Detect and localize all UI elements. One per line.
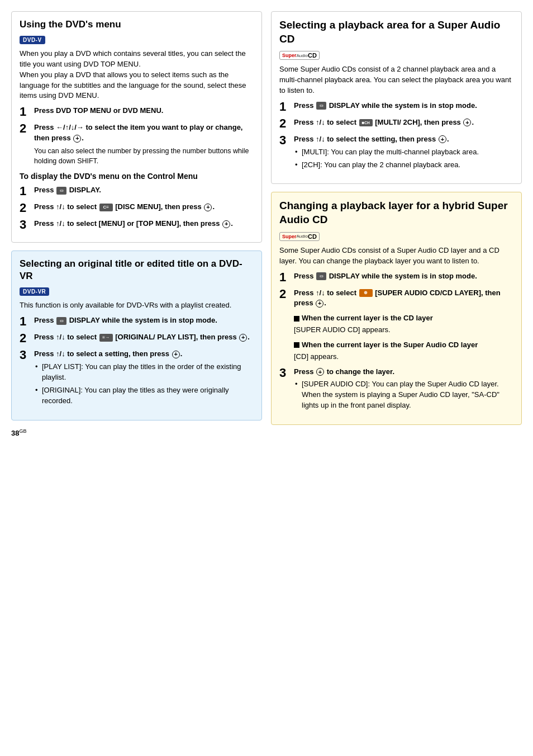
step-item: 2 Press ↑/↓ to select ≡→ [ORIGINAL/ PLAY…: [20, 332, 254, 344]
cd-layer-label: When the current layer is the CD layer: [294, 313, 513, 324]
circle-plus-icon: +: [204, 204, 212, 211]
step-content: Press ↑/↓ to select the setting, then pr…: [294, 134, 513, 173]
step-text: Press ▭ DISPLAY while the system is in s…: [34, 316, 217, 324]
circle-plus-icon: +: [239, 334, 247, 342]
step-sub-note: You can also select the number by pressi…: [34, 146, 254, 166]
step-num: 1: [20, 106, 30, 118]
subsection-title-control-menu: To display the DVD's menu on the Control…: [20, 172, 254, 181]
page-suffix: GB: [19, 428, 26, 434]
step-item: 2 Press ↑/↓ to select ⊛ [SUPER AUDIO CD/…: [279, 288, 513, 362]
step-text: Press ↑/↓ to select a setting, then pres…: [34, 349, 182, 358]
cd-text: CD: [308, 52, 317, 59]
changing-layer-steps: 1 Press ▭ DISPLAY while the system is in…: [279, 271, 513, 413]
step-num: 1: [20, 315, 30, 328]
step-num: 1: [20, 185, 30, 197]
page-num-text: 38: [11, 429, 19, 437]
step-num: 2: [20, 332, 30, 344]
step-num: 2: [20, 122, 30, 135]
circle-plus-icon: +: [316, 300, 323, 308]
step-item: 2 Press ←/↑/↓/→ to select the item you w…: [20, 122, 254, 166]
step-item: 1 Press ▭ DISPLAY.: [20, 185, 254, 197]
circle-plus-icon: +: [316, 368, 324, 376]
step-item: 3 Press + to change the layer. [SUPER AU…: [279, 367, 513, 413]
step-text: Press ↑/↓ to select ■CH [MULTI/ 2CH], th…: [294, 118, 474, 126]
badge-super-audio-cd-2: Super Audio CD: [279, 232, 320, 241]
bullet-list: [SUPER AUDIO CD]: You can play the Super…: [294, 379, 513, 411]
display-icon: ▭: [316, 102, 326, 110]
step-num: 1: [279, 101, 289, 113]
super-audio-layer-detail: [CD] appears.: [294, 352, 513, 362]
step-content: Press + to change the layer. [SUPER AUDI…: [294, 367, 513, 413]
step-num: 2: [20, 202, 30, 214]
circle-plus-icon: +: [439, 135, 446, 143]
step-item: 3 Press ↑/↓ to select [MENU] or [TOP MEN…: [20, 219, 254, 231]
step-num: 3: [279, 134, 289, 147]
dvd-menu-substeps: 1 Press ▭ DISPLAY. 2 Press ↑/↓ to select…: [20, 185, 254, 231]
step-content: Press DVD TOP MENU or DVD MENU.: [34, 106, 254, 116]
cd-text: CD: [308, 233, 317, 240]
bullet-list: [MULTI]: You can play the multi-channel …: [294, 147, 513, 171]
black-square: [294, 342, 299, 348]
changing-playback-layer-section: Changing a playback layer for a hybrid S…: [271, 192, 522, 425]
playback-area-intro: Some Super Audio CDs consist of a 2 chan…: [279, 64, 513, 96]
bullet-item: [SUPER AUDIO CD]: You can play the Super…: [294, 379, 513, 411]
badge-super-audio-cd: Super Audio CD: [279, 51, 320, 60]
step-item: 3 Press ↑/↓ to select the setting, then …: [279, 134, 513, 173]
step-item: 1 Press ▭ DISPLAY while the system is in…: [20, 315, 254, 328]
cd-layer-detail: [SUPER AUDIO CD] appears.: [294, 325, 513, 336]
step-item: 1 Press DVD TOP MENU or DVD MENU.: [20, 106, 254, 118]
circle-plus-icon: +: [463, 119, 471, 126]
circle-plus-icon: +: [172, 351, 180, 358]
step-item: 2 Press ↑/↓ to select C≡ [DISC MENU], th…: [20, 202, 254, 214]
step-content: Press ▭ DISPLAY while the system is in s…: [294, 271, 513, 282]
section-title-playback-area: Selecting a playback area for a Super Au…: [279, 18, 513, 46]
step-content: Press ↑/↓ to select a setting, then pres…: [34, 349, 254, 408]
selecting-playback-area-section: Selecting a playback area for a Super Au…: [271, 11, 522, 184]
step-text: Press + to change the layer.: [294, 367, 394, 376]
step-content: Press ↑/↓ to select ⊛ [SUPER AUDIO CD/CD…: [294, 288, 513, 362]
dvd-menu-steps: 1 Press DVD TOP MENU or DVD MENU. 2 Pres…: [20, 106, 254, 166]
audio-text: Audio: [297, 234, 308, 239]
sa-text: Super: [282, 53, 297, 58]
black-square: [294, 316, 299, 322]
step-text: Press ▭ DISPLAY while the system is in s…: [294, 101, 477, 110]
step-text: Press ▭ DISPLAY while the system is in s…: [294, 272, 477, 280]
selecting-title-intro: This function is only available for DVD-…: [20, 300, 254, 311]
section-title-dvd-menu: Using the DVD's menu: [20, 18, 254, 31]
page-number: 38GB: [11, 428, 262, 437]
sa-text: Super: [282, 234, 297, 239]
step-content: Press ▭ DISPLAY while the system is in s…: [34, 315, 254, 326]
step-content: Press ↑/↓ to select ≡→ [ORIGINAL/ PLAY L…: [34, 332, 254, 343]
step-text: Press ↑/↓ to select ⊛ [SUPER AUDIO CD/CD…: [294, 289, 501, 308]
bullet-item: [2CH]: You can play the 2 channel playba…: [294, 160, 513, 171]
step-text: Press ↑/↓ to select [MENU] or [TOP MENU]…: [34, 219, 233, 228]
step-text: Press DVD TOP MENU or DVD MENU.: [34, 106, 163, 115]
step-content: Press ▭ DISPLAY.: [34, 185, 254, 196]
display-icon: ▭: [316, 272, 326, 280]
badge-dvd-vr: DVD-VR: [20, 287, 49, 296]
label-text: When the current layer is the Super Audi…: [302, 340, 478, 351]
circle-plus-icon: +: [73, 135, 81, 143]
step-text: Press ←/↑/↓/→ to select the item you wan…: [34, 123, 242, 142]
step-text: Press ↑/↓ to select the setting, then pr…: [294, 135, 449, 143]
badge-dvd-v: DVD-V: [20, 36, 45, 44]
dvd-menu-intro: When you play a DVD which contains sever…: [20, 49, 254, 101]
section-title-changing-layer: Changing a playback layer for a hybrid S…: [279, 199, 513, 226]
bullet-item: [ORIGINAL]: You can play the titles as t…: [34, 385, 254, 407]
step-item: 2 Press ↑/↓ to select ■CH [MULTI/ 2CH], …: [279, 117, 513, 130]
step-content: Press ↑/↓ to select C≡ [DISC MENU], then…: [34, 202, 254, 212]
step-num: 3: [20, 219, 30, 231]
using-dvd-menu-section: Using the DVD's menu DVD-V When you play…: [11, 11, 262, 243]
display-icon: ▭: [56, 187, 66, 195]
super-audio-layer-icon: ⊛: [359, 289, 373, 297]
step-item: 1 Press ▭ DISPLAY while the system is in…: [279, 271, 513, 284]
circle-plus-icon: +: [222, 220, 230, 228]
bullet-item: [PLAY LIST]: You can play the titles in …: [34, 362, 254, 383]
changing-layer-intro: Some Super Audio CDs consist of a Super …: [279, 245, 513, 267]
step-num: 2: [279, 288, 289, 300]
display-icon: ▭: [56, 317, 66, 325]
step-text: Press ▭ DISPLAY.: [34, 186, 101, 194]
step-content: Press ↑/↓ to select ■CH [MULTI/ 2CH], th…: [294, 117, 513, 128]
step-item: 3 Press ↑/↓ to select a setting, then pr…: [20, 349, 254, 408]
step-num: 1: [279, 271, 289, 284]
